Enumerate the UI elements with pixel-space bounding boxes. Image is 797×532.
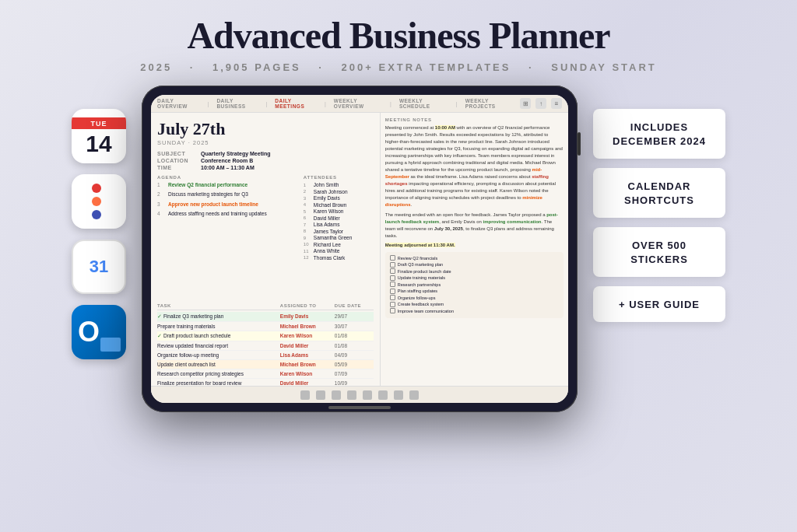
time-value: 10:00 AM – 11:30 AM	[201, 165, 255, 170]
toolbar-icon-5[interactable]	[363, 390, 372, 400]
nav-weekly-overview[interactable]: WEEKLY OVERVIEW	[334, 98, 382, 109]
agenda-item-1: 1 Review Q2 financial performance	[157, 182, 299, 188]
attendee-7: 7Lisa Adams	[304, 222, 374, 227]
nav-daily-overview[interactable]: DAILY OVERVIEW	[157, 98, 200, 109]
checkbox-1[interactable]	[390, 255, 395, 261]
notes-closing: Meeting adjourned at 11:30 AM.	[385, 242, 564, 249]
ipad-frame: DAILY OVERVIEW | DAILY BUSINESS | DAILY …	[142, 86, 578, 412]
check-item-2: Draft Q3 marketing plan	[390, 262, 559, 268]
notes-text-2: The meeting ended with an open floor for…	[385, 212, 564, 240]
attendee-12: 12Thomas Clark	[304, 255, 374, 261]
task-assignee-6: Michael Brown	[280, 362, 335, 367]
check-item-9: Improve team communication	[390, 308, 559, 313]
time-row: TIME 10:00 AM – 11:30 AM	[157, 165, 374, 170]
task-row-2: Prepare training materials Michael Brown…	[157, 322, 374, 331]
checkbox-5[interactable]	[390, 282, 395, 287]
attendee-3: 3Emily Davis	[304, 195, 374, 201]
reminder-dot-red	[92, 184, 101, 193]
task-name-8: Finalize presentation for board review	[157, 380, 280, 386]
subject-value: Quarterly Strategy Meeting	[201, 151, 270, 156]
agenda-header: AGENDA	[157, 175, 299, 180]
checkbox-9[interactable]	[390, 308, 395, 313]
check-item-7: Organize follow-ups	[390, 295, 559, 300]
task-row-5: Organize follow-up meeting Lisa Adams 04…	[157, 351, 374, 360]
reminders-app-icon[interactable]	[72, 174, 126, 229]
task-row-3: Draft product launch schedule Karen Wils…	[157, 331, 374, 341]
agenda-column: AGENDA 1 Review Q2 financial performance…	[157, 175, 299, 299]
toolbar-icon-8[interactable]	[409, 390, 419, 400]
agenda-item-3: 3 Approve new product launch timeline	[157, 201, 299, 208]
nav-daily-meetings[interactable]: DAILY MEETINGS	[275, 98, 317, 109]
share-icon[interactable]: ↑	[535, 98, 546, 109]
assigned-col-header: ASSIGNED TO	[280, 303, 335, 308]
checkbox-4[interactable]	[390, 275, 395, 281]
attendee-9: 9Samantha Green	[304, 235, 374, 240]
nav-weekly-projects[interactable]: WEEKLY PROJECTS	[465, 98, 514, 109]
reminder-dot-orange	[92, 197, 101, 206]
badge-stickers-text: OVER 500 STICKERS	[630, 240, 688, 265]
toolbar-icon-1[interactable]	[300, 390, 310, 400]
subtitle-sep1: ·	[190, 61, 200, 73]
outlook-app-icon[interactable]: O	[72, 305, 126, 359]
task-assignee-2: Michael Brown	[280, 324, 335, 329]
outlook-envelope	[100, 338, 121, 352]
reminder-dot-blue	[92, 210, 101, 219]
task-col-header: TASK	[157, 303, 280, 308]
gcal-app-icon[interactable]: 31	[72, 240, 126, 294]
task-due-1: 29/07	[335, 313, 374, 320]
task-name-7: Research competitor pricing strategies	[157, 371, 280, 376]
task-assignee-3: Karen Wilson	[280, 333, 335, 339]
task-name-4: Review updated financial report	[157, 343, 280, 348]
date-sub: SUNDAY · 2025	[157, 139, 374, 146]
more-icon[interactable]: ≡	[551, 98, 562, 109]
checkbox-6[interactable]	[390, 289, 395, 294]
task-assignee-4: David Miller	[280, 343, 335, 348]
attendee-2: 2Sarah Johnson	[304, 189, 374, 194]
header-subtitle: 2025 · 1,905 PAGES · 200+ EXTRA TEMPLATE…	[0, 61, 797, 73]
checkbox-3[interactable]	[390, 268, 395, 274]
check-item-1: Review Q2 financials	[390, 255, 559, 261]
checkbox-2[interactable]	[390, 262, 395, 268]
tasks-table-header: TASK ASSIGNED TO DUE DATE	[157, 303, 374, 310]
checklist-box: Review Q2 financials Draft Q3 marketing …	[385, 252, 564, 318]
meeting-columns: AGENDA 1 Review Q2 financial performance…	[157, 175, 374, 299]
main-layout: TUE 14 31 O	[0, 86, 797, 412]
checkbox-7[interactable]	[390, 295, 395, 300]
attendees-column: ATTENDEES 1John Smith 2Sarah Johnson 3Em…	[304, 175, 374, 299]
check-item-5: Research partnerships	[390, 282, 559, 287]
badge-user-guide: + USER GUIDE	[593, 286, 725, 322]
task-due-3: 01/08	[335, 333, 374, 339]
toolbar-icon-6[interactable]	[378, 390, 388, 400]
ipad-content-area: July 27th SUNDAY · 2025 SUBJECT Quarterl…	[151, 113, 568, 399]
ipad-home-indicator	[328, 406, 391, 409]
toolbar-icon-7[interactable]	[394, 390, 403, 400]
toolbar-icon-3[interactable]	[332, 390, 341, 400]
task-name-3: Draft product launch schedule	[157, 333, 280, 339]
ipad-mockup: DAILY OVERVIEW | DAILY BUSINESS | DAILY …	[142, 86, 578, 412]
left-app-icons: TUE 14 31 O	[72, 109, 126, 359]
toolbar-icon-2[interactable]	[316, 390, 325, 400]
right-sidebar: INCLUDES DECEMBER 2024 CALENDAR SHORTCUT…	[593, 109, 725, 322]
task-due-8: 10/09	[335, 380, 374, 386]
attendee-4: 4Michael Brown	[304, 202, 374, 208]
time-label: TIME	[157, 165, 196, 170]
nav-daily-business[interactable]: DAILY BUSINESS	[216, 98, 258, 109]
badge-user-guide-text: + USER GUIDE	[619, 299, 700, 310]
meeting-info: SUBJECT Quarterly Strategy Meeting LOCAT…	[157, 151, 374, 170]
check-item-3: Finalize product launch date	[390, 268, 559, 274]
calendar-app-icon[interactable]: TUE 14	[72, 109, 126, 163]
nav-weekly-schedule[interactable]: WEEKLY SCHEDULE	[399, 98, 448, 109]
toolbar-icon-4[interactable]	[347, 390, 356, 400]
badge-december: INCLUDES DECEMBER 2024	[593, 109, 725, 159]
topbar-icons: ⊞ ↑ ≡	[520, 98, 562, 109]
tasks-table: TASK ASSIGNED TO DUE DATE Finalize Q3 ma…	[157, 303, 374, 388]
task-name-6: Update client outreach list	[157, 362, 280, 367]
outlook-letter: O	[78, 316, 100, 348]
badge-calendar-shortcuts-text: CALENDAR SHORTCUTS	[624, 180, 694, 206]
task-due-5: 04/09	[335, 352, 374, 358]
grid-icon[interactable]: ⊞	[520, 98, 531, 109]
task-due-6: 05/09	[335, 362, 374, 367]
task-due-7: 07/09	[335, 371, 374, 376]
checkbox-8[interactable]	[390, 302, 395, 307]
task-assignee-8: David Miller	[280, 380, 335, 386]
